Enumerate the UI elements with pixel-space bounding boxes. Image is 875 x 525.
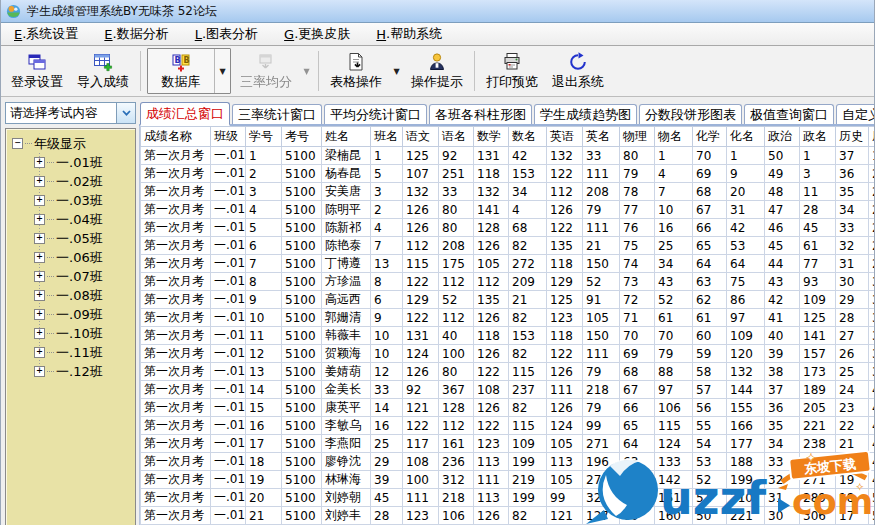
table-row-3[interactable]: 第一次月考一.0135100安美唐31323313234112208787682… xyxy=(141,183,875,201)
toolbar-button-打印预览[interactable]: 打印预览 xyxy=(479,49,545,93)
table-row-10[interactable]: 第一次月考一.01105100郭姗清9122112126821231057161… xyxy=(141,309,875,327)
table-row-13[interactable]: 第一次月考一.01135100姜婧葫1212680122115126796888… xyxy=(141,363,875,381)
exam-select-combobox[interactable]: 请选择考试内容 xyxy=(5,102,136,124)
tab-3[interactable]: 各班各科柱形图 xyxy=(429,104,532,124)
tree-item-class-9[interactable]: +一.09班 xyxy=(34,305,133,324)
table-row-8[interactable]: 第一次月考一.0185100方珍温81221121122091295273436… xyxy=(141,273,875,291)
tree-item-class-10[interactable]: +一.10班 xyxy=(34,324,133,343)
tab-1[interactable]: 三率统计窗口 xyxy=(232,104,322,124)
cell: 2 xyxy=(869,237,875,255)
cell: 63 xyxy=(693,273,727,291)
cell: 188 xyxy=(727,453,765,471)
menu-item-L-2[interactable]: L.图表分析 xyxy=(182,23,271,45)
tree-item-class-5[interactable]: +一.05班 xyxy=(34,229,133,248)
cell: 4 xyxy=(509,201,547,219)
menu-item-E-0[interactable]: E.系统设置 xyxy=(1,23,91,45)
dropdown-arrow-icon[interactable]: ▼ xyxy=(389,49,404,93)
table-row-20[interactable]: 第一次月考一.01205100刘婷朝4511121811319999324611… xyxy=(141,489,875,507)
cell: 21 xyxy=(836,435,869,453)
cell: 第一次月考 xyxy=(141,399,211,417)
table-row-5[interactable]: 第一次月考一.0155100陈新祁41268012868122111761666… xyxy=(141,219,875,237)
menu-item-E-1[interactable]: E.数据分析 xyxy=(91,23,181,45)
expand-icon[interactable]: + xyxy=(34,309,45,320)
tree-item-class-1[interactable]: +一.01班 xyxy=(34,153,133,172)
expand-icon[interactable]: + xyxy=(34,271,45,282)
tree-item-class-6[interactable]: +一.06班 xyxy=(34,248,133,267)
expand-icon[interactable]: + xyxy=(34,328,45,339)
cell: 3 xyxy=(246,183,282,201)
toolbar-button-三率均分: 三率均分 xyxy=(233,49,299,93)
expand-icon[interactable]: + xyxy=(34,157,45,168)
table-row-11[interactable]: 第一次月考一.01115100韩薇丰1013140118153118150707… xyxy=(141,327,875,345)
expand-icon[interactable]: + xyxy=(34,252,45,263)
table-row-7[interactable]: 第一次月考一.0175100丁博遵13115175105272118150743… xyxy=(141,255,875,273)
cell: 113 xyxy=(547,453,583,471)
tree-item-class-12[interactable]: +一.12班 xyxy=(34,362,133,381)
cell: 7 xyxy=(655,183,693,201)
expand-icon[interactable]: + xyxy=(34,195,45,206)
table-row-9[interactable]: 第一次月考一.0195100高远西61295213521125917252628… xyxy=(141,291,875,309)
tab-2[interactable]: 平均分统计窗口 xyxy=(324,104,427,124)
toolbar-button-操作提示[interactable]: 操作提示 xyxy=(404,49,470,93)
cell: 一.01 xyxy=(211,399,246,417)
menu-item-H-4[interactable]: H.帮助系统 xyxy=(363,23,455,45)
table-row-1[interactable]: 第一次月考一.0115100梁楠昆11259213142132338017015… xyxy=(141,147,875,165)
expand-icon[interactable]: + xyxy=(34,290,45,301)
expand-icon[interactable]: + xyxy=(34,366,45,377)
expand-icon[interactable]: + xyxy=(34,347,45,358)
cell: 82 xyxy=(509,399,547,417)
table-row-12[interactable]: 第一次月考一.01125100贺颖海1012410012682122111697… xyxy=(141,345,875,363)
table-row-18[interactable]: 第一次月考一.01185100廖铮沈2910823611319911319663… xyxy=(141,453,875,471)
toolbar-button-退出系统[interactable]: 退出系统 xyxy=(545,49,611,93)
cell: 第一次月考 xyxy=(141,489,211,507)
tree-item-class-4[interactable]: +一.04班 xyxy=(34,210,133,229)
expand-icon[interactable]: + xyxy=(34,233,45,244)
cell: 62 xyxy=(620,471,655,489)
table-row-15[interactable]: 第一次月考一.01155100康英平1412112812682126796610… xyxy=(141,399,875,417)
tab-0[interactable]: 成绩汇总窗口 xyxy=(140,102,230,126)
content-area: 成绩汇总窗口三率统计窗口平均分统计窗口各班各科柱形图学生成绩趋势图分数段饼形图表… xyxy=(139,97,874,525)
cell: 97 xyxy=(655,381,693,399)
table-row-17[interactable]: 第一次月考一.01175100李燕阳2511716112310910527164… xyxy=(141,435,875,453)
tab-7[interactable]: 自定义查询窗口 xyxy=(836,104,875,124)
dropdown-arrow-icon[interactable]: ▼ xyxy=(214,49,230,93)
cell: 105 xyxy=(547,435,583,453)
cell: 68 xyxy=(509,219,547,237)
cell: 21 xyxy=(246,507,282,525)
table-row-6[interactable]: 第一次月考一.0165100陈艳泰71122081268213521752565… xyxy=(141,237,875,255)
cell: 142 xyxy=(655,471,693,489)
tree-root-grade[interactable]: − 年级显示 xyxy=(12,134,133,153)
tab-5[interactable]: 分数段饼形图表 xyxy=(639,104,742,124)
table-row-14[interactable]: 第一次月考一.01145100金美长3392367108237111218679… xyxy=(141,381,875,399)
toolbar-button-登录设置[interactable]: 登录设置 xyxy=(4,49,70,93)
cell: 175 xyxy=(439,255,474,273)
menu-item-G-3[interactable]: G.更换皮肤 xyxy=(271,23,363,45)
cell: 33 xyxy=(765,453,800,471)
toolbar-button-数据库[interactable]: BB数据库 xyxy=(148,49,214,93)
toolbar-button-导入成绩[interactable]: 导入成绩 xyxy=(70,49,136,93)
cell: 34 xyxy=(765,435,800,453)
cell: 66 xyxy=(693,219,727,237)
tree-item-class-7[interactable]: +一.07班 xyxy=(34,267,133,286)
tree-item-class-8[interactable]: +一.08班 xyxy=(34,286,133,305)
combo-dropdown-button[interactable] xyxy=(116,103,135,123)
collapse-icon[interactable]: − xyxy=(12,138,23,149)
table-row-4[interactable]: 第一次月考一.0145100陈明平21268014141267977106731… xyxy=(141,201,875,219)
table-row-2[interactable]: 第一次月考一.0125100杨春昆51072511181531221117946… xyxy=(141,165,875,183)
table-row-19[interactable]: 第一次月考一.01195100林琳海3910031211121910527162… xyxy=(141,471,875,489)
expand-icon[interactable]: + xyxy=(34,214,45,225)
cell: 135 xyxy=(547,237,583,255)
tree-item-class-11[interactable]: +一.11班 xyxy=(34,343,133,362)
expand-icon[interactable]: + xyxy=(34,176,45,187)
tab-6[interactable]: 极值查询窗口 xyxy=(744,104,834,124)
cell: 陈新祁 xyxy=(322,219,371,237)
cell: 127 xyxy=(583,507,620,525)
cell: 第一次月考 xyxy=(141,255,211,273)
cell: 68 xyxy=(693,183,727,201)
tree-item-class-2[interactable]: +一.02班 xyxy=(34,172,133,191)
tab-4[interactable]: 学生成绩趋势图 xyxy=(534,104,637,124)
table-row-21[interactable]: 第一次月考一.01215100刘婷丰2812310612682121127601… xyxy=(141,507,875,525)
tree-item-class-3[interactable]: +一.03班 xyxy=(34,191,133,210)
table-row-16[interactable]: 第一次月考一.01165100李敏乌1612211212211512499651… xyxy=(141,417,875,435)
toolbar-button-表格操作[interactable]: 表格操作 xyxy=(323,49,389,93)
